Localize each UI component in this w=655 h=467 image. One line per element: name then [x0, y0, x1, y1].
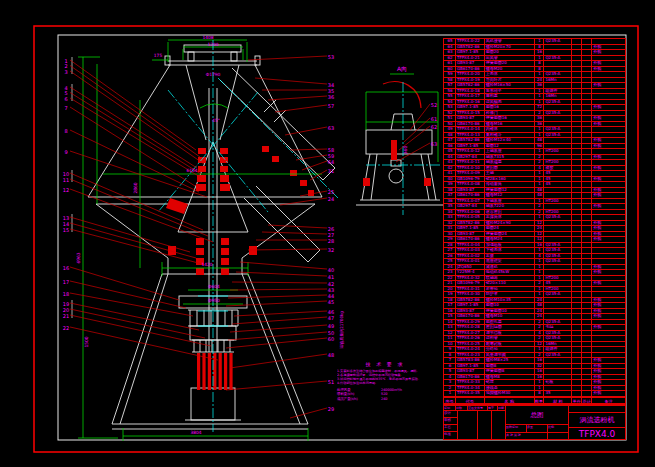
- bom-cell: [544, 122, 572, 127]
- bom-cell: GB5782-86: [456, 298, 485, 303]
- bom-cell: 27: [444, 248, 456, 253]
- bom-cell: TFPX4.0-17: [456, 94, 485, 99]
- bom-cell: [582, 309, 592, 314]
- bom-cell: [544, 369, 572, 374]
- bom-cell: [572, 336, 582, 341]
- bom-cell: [582, 342, 592, 347]
- balloon-number: 36: [328, 94, 334, 100]
- bom-cell: 18: [444, 298, 456, 303]
- bom-cell: GB5782-86: [456, 138, 485, 143]
- bom-cell: 1: [535, 100, 545, 105]
- bom-cell: GB6170-86: [456, 375, 485, 380]
- bom-cell: 键20×110: [485, 281, 535, 286]
- bom-cell: [582, 144, 592, 149]
- bom-cell: HT200: [544, 287, 572, 292]
- bom-cell: 底座框架: [485, 259, 535, 264]
- bom-cell: 螺母M24: [485, 237, 535, 242]
- balloon-number: 25: [328, 189, 334, 195]
- bom-cell: 2: [535, 160, 545, 165]
- bom-cell: [544, 155, 572, 160]
- bom-cell: [582, 292, 592, 297]
- bom-cell: [572, 100, 582, 105]
- bom-cell: 迷宫密封: [485, 210, 535, 215]
- bom-cell: Q235-A: [544, 100, 572, 105]
- bom-cell: [582, 226, 592, 231]
- dimension-text: 360: [403, 146, 408, 155]
- bom-table: 65TFPX4.0-22风机接管1Q235-A64GB5782-86螺栓M20×…: [443, 38, 626, 397]
- bom-cell: [544, 364, 572, 369]
- bom-cell: [592, 287, 626, 292]
- balloon-number: 31: [328, 168, 334, 174]
- bom-cell: [592, 320, 626, 325]
- bom-cell: 59: [444, 72, 456, 77]
- bom-cell: 下锥壳体: [485, 248, 535, 253]
- bom-cell: 61: [444, 61, 456, 66]
- bom-cell: [572, 105, 582, 110]
- bom-cell: [582, 155, 592, 160]
- bom-cell: [592, 342, 626, 347]
- bom-cell: 45: [544, 171, 572, 176]
- bom-cell: [572, 309, 582, 314]
- bom-cell: [572, 364, 582, 369]
- bom-cell: [544, 375, 572, 380]
- bom-cell: [582, 105, 592, 110]
- bom-cell: [592, 133, 626, 138]
- bom-cell: 4: [444, 375, 456, 380]
- bom-cell: 24: [535, 298, 545, 303]
- bom-cell: [572, 314, 582, 319]
- bom-cell: [544, 265, 572, 270]
- leader-line: [396, 143, 430, 162]
- bom-cell: 外购: [592, 188, 626, 193]
- bom-cell: Q235-A: [544, 111, 572, 116]
- leader-line: [255, 78, 327, 84]
- bom-cell: TFPX4.0-11: [456, 160, 485, 165]
- bom-cell: [544, 105, 572, 110]
- bom-cell: 备注: [592, 398, 626, 403]
- bom-cell: [572, 116, 582, 121]
- bom-cell: 20: [444, 287, 456, 292]
- bom-cell: 上壳体: [485, 72, 535, 77]
- bom-cell: 减速机: [485, 265, 535, 270]
- bom-cell: [544, 303, 572, 308]
- leader-line: [70, 71, 204, 164]
- notes-lines: 1.安装时各法兰结合面应加石棉垫密封，不得漏风、漏料。2.各连接螺栓须拧紧，运转…: [337, 369, 433, 385]
- bom-cell: [592, 171, 626, 176]
- bom-cell: 48: [444, 133, 456, 138]
- bom-cell: GB6170-86: [456, 193, 485, 198]
- tb-drawing-title: 总图: [505, 405, 569, 425]
- bom-cell: Q235-A: [544, 127, 572, 132]
- bom-cell: TFPX4.0-12: [456, 149, 485, 154]
- dimension-text: 175: [154, 53, 163, 58]
- bom-cell: 10: [444, 342, 456, 347]
- bom-cell: [572, 369, 582, 374]
- bom-cell: TFPX4.0-06: [456, 210, 485, 215]
- bom-cell: GB297-84: [456, 204, 485, 209]
- bom-cell: [572, 210, 582, 215]
- bom-cell: [544, 45, 572, 50]
- bom-cell: [582, 287, 592, 292]
- bom-cell: 8: [535, 67, 545, 72]
- bom-cell: GB5783-86: [456, 358, 485, 363]
- bom-cell: [572, 50, 582, 55]
- balloon-number: 51: [328, 379, 334, 385]
- bom-cell: 1: [535, 380, 545, 385]
- bom-cell: [544, 193, 572, 198]
- bom-cell: 名 称: [485, 398, 535, 403]
- bom-cell: [582, 122, 592, 127]
- bom-cell: [592, 182, 626, 187]
- bom-cell: 55: [444, 94, 456, 99]
- bom-cell: TFPX4.0-28: [456, 325, 485, 330]
- bom-cell: 外购: [592, 45, 626, 50]
- bom-cell: 外购: [592, 144, 626, 149]
- bom-cell: [582, 364, 592, 369]
- bom-cell: [572, 127, 582, 132]
- bom-cell: [582, 254, 592, 259]
- bom-cell: 62: [444, 56, 456, 61]
- spec-value: 240: [381, 397, 387, 401]
- bom-cell: 25: [444, 259, 456, 264]
- bom-cell: [544, 144, 572, 149]
- bom-cell: [582, 380, 592, 385]
- bom-cell: 传动套筒: [485, 182, 535, 187]
- balloon-number: 11: [63, 177, 69, 183]
- bom-cell: [582, 193, 592, 198]
